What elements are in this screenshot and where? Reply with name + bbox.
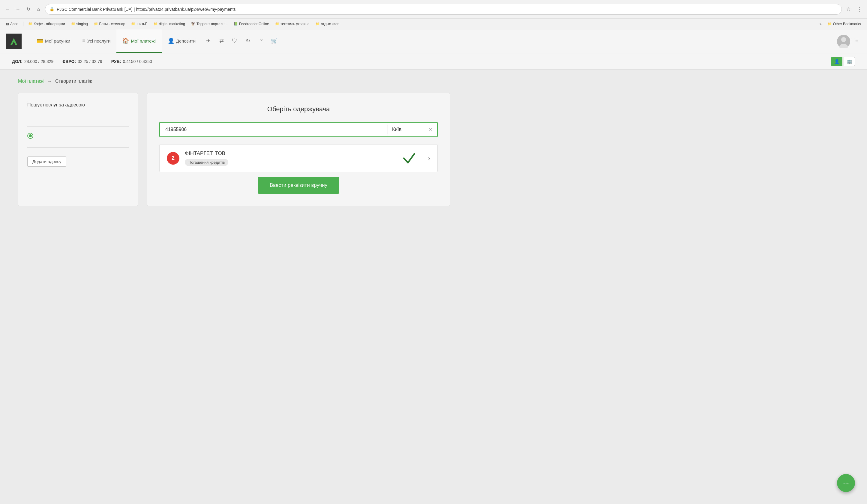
home-button[interactable]: ⌂ (34, 5, 43, 13)
currency-eur: ЄВРО: 32.25 / 32.79 (62, 59, 102, 64)
left-panel: Пошук послуг за адресою Додати адресу (18, 93, 138, 206)
feed-icon: 📗 (234, 22, 238, 26)
nav-cart-icon[interactable]: 🛒 (268, 29, 281, 53)
exchange-icon: ⇄ (219, 37, 224, 44)
enter-manual-button[interactable]: Ввести реквізити вручну (258, 177, 339, 194)
briefcase-icon: 🏢 (847, 59, 852, 64)
nav-transfer-icon[interactable]: ✈ (202, 29, 215, 53)
back-button[interactable]: ← (3, 5, 12, 13)
browser-menu-button[interactable]: ⋮ (855, 5, 864, 13)
bookmarks-bar: ⊞ Apps 📁 Кофе - обжарщики 📁 singing 📁 Ба… (0, 19, 867, 29)
bookmark-shitye[interactable]: 📁 шитьЁ (129, 21, 150, 27)
bookmark-other[interactable]: 📁 Other Bookmarks (825, 21, 864, 27)
nav-right: ≡ (837, 35, 861, 48)
list-icon: ≡ (82, 38, 86, 44)
currency-rub: РУБ: 0.4150 / 0.4350 (111, 59, 152, 64)
shield-icon: 🛡 (232, 38, 237, 44)
search-clear-button[interactable]: × (424, 123, 437, 136)
nav-buttons: ← → ↻ ⌂ (3, 5, 43, 13)
bookmark-feedreader[interactable]: 📗 Feedreader Online (231, 21, 271, 27)
tab-payments[interactable]: 🏠 Мої платежі (116, 29, 161, 53)
browser-toolbar: ← → ↻ ⌂ 🔒 PJSC Commercial Bank PrivatBan… (0, 0, 867, 19)
bookmark-torrent[interactable]: 🦅 Торрент портал :... (189, 21, 230, 27)
folder-icon: 📁 (131, 22, 135, 26)
main-area: Мої платежі → Створити платіж Пошук посл… (0, 69, 867, 504)
result-name: ФІНТАРГЕТ, ТОВ (185, 151, 425, 156)
breadcrumb-link[interactable]: Мої платежі (18, 78, 44, 84)
dol-label: ДОЛ: (12, 59, 22, 64)
bookmark-otdyh[interactable]: 📁 отдых киев (313, 21, 342, 27)
bookmark-tekstil[interactable]: 📁 текстиль украина (273, 21, 312, 27)
bookmark-apps[interactable]: ⊞ Apps (3, 21, 21, 27)
search-box: Київ × (159, 122, 438, 137)
deposit-icon: 👤 (168, 37, 174, 44)
folder-icon: 📁 (153, 22, 158, 26)
nav-tabs: 💳 Мої рахунки ≡ Усі послуги 🏠 Мої платеж… (31, 29, 837, 53)
apps-grid-icon: ⊞ (6, 22, 9, 26)
rub-value: 0.4150 / 0.4350 (123, 59, 152, 64)
bookmark-digital[interactable]: 📁 digital marketing (151, 21, 188, 27)
logo-inner (8, 36, 20, 47)
refresh-button[interactable]: ↻ (24, 5, 32, 13)
forward-button[interactable]: → (14, 5, 22, 13)
tab-accounts[interactable]: 💳 Мої рахунки (31, 29, 76, 53)
address-radio[interactable] (27, 133, 33, 139)
bookmark-singing[interactable]: 📁 singing (69, 21, 90, 27)
right-panel: Оберіть одержувача Київ × 2 (147, 93, 450, 206)
bookmarks-more-button[interactable]: » (817, 21, 824, 27)
personal-view-button[interactable]: 👤 (831, 57, 842, 66)
dol-value: 28.000 / 28.329 (24, 59, 53, 64)
nav-exchange-icon[interactable]: ⇄ (215, 29, 228, 53)
bookmark-star-button[interactable]: ☆ (844, 5, 853, 13)
business-view-button[interactable]: 🏢 (844, 57, 855, 66)
result-icon: 2 (167, 152, 179, 165)
breadcrumb-current: Створити платіж (55, 78, 92, 84)
breadcrumb: Мої платежі → Створити платіж (18, 78, 849, 84)
plane-icon: ✈ (206, 37, 211, 44)
result-arrow-icon: › (428, 155, 430, 162)
nav-help-icon[interactable]: ? (254, 29, 268, 53)
tab-deposits[interactable]: 👤 Депозити (162, 29, 202, 53)
eur-value: 32.25 / 32.79 (78, 59, 102, 64)
refresh-icon: ↻ (246, 37, 250, 44)
nav-bar: 💳 Мої рахунки ≡ Усі послуги 🏠 Мої платеж… (0, 29, 867, 53)
tab-services[interactable]: ≡ Усі послуги (76, 29, 116, 53)
result-checkmark (402, 150, 416, 166)
user-menu-button[interactable]: ≡ (853, 37, 861, 46)
breadcrumb-separator: → (47, 78, 52, 84)
home-icon: 🏠 (122, 37, 129, 44)
address-bar[interactable]: 🔒 PJSC Commercial Bank PrivatBank [UA] |… (45, 4, 842, 15)
recipient-search-input[interactable] (160, 123, 388, 136)
bookmark-bazy[interactable]: 📁 Базы - семинар (92, 21, 128, 27)
result-item[interactable]: 2 ФІНТАРГЕТ, ТОВ Погашення кредитів › (159, 144, 438, 172)
nav-refresh-icon[interactable]: ↻ (241, 29, 254, 53)
address-select-row (27, 145, 129, 147)
left-panel-title: Пошук послуг за адресою (27, 102, 129, 108)
add-address-button[interactable]: Додати адресу (27, 156, 66, 167)
person-icon: 👤 (834, 59, 839, 64)
folder-icon: 📁 (828, 22, 832, 26)
city-selector[interactable]: Київ (388, 123, 424, 136)
user-avatar (837, 35, 850, 48)
right-panel-title: Оберіть одержувача (159, 105, 438, 113)
radio-row (27, 133, 129, 139)
eur-label: ЄВРО: (62, 59, 76, 64)
view-toggle: 👤 🏢 (831, 57, 855, 66)
address-input[interactable] (27, 117, 129, 124)
card-icon: 💳 (36, 37, 43, 44)
bookmark-kofe[interactable]: 📁 Кофе - обжарщики (26, 21, 67, 27)
bookmark-divider (23, 22, 23, 26)
url-text: PJSC Commercial Bank PrivatBank [UA] | h… (57, 7, 236, 12)
chat-icon: ··· (843, 479, 849, 487)
chat-bubble-button[interactable]: ··· (837, 474, 855, 492)
radio-inner (29, 134, 32, 137)
folder-icon: 📁 (275, 22, 279, 26)
nav-shield-icon[interactable]: 🛡 (228, 29, 241, 53)
folder-icon: 📁 (315, 22, 320, 26)
question-icon: ? (259, 38, 263, 44)
page-content: 💳 Мої рахунки ≡ Усі послуги 🏠 Мої платеж… (0, 29, 867, 504)
content-layout: Пошук послуг за адресою Додати адресу Об… (18, 93, 450, 206)
folder-icon: 📁 (71, 22, 75, 26)
result-tag: Погашення кредитів (185, 159, 228, 166)
bird-icon: 🦅 (191, 22, 195, 26)
